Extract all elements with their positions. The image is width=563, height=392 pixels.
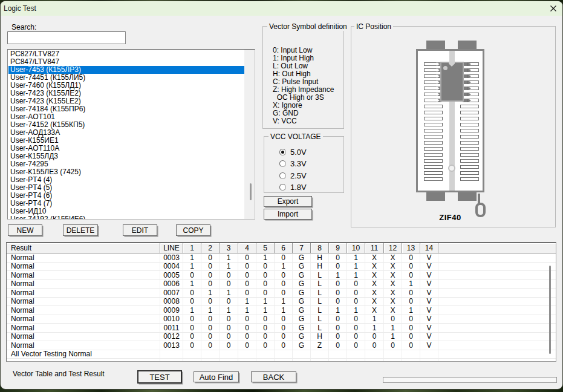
table-cell: 1 [201, 289, 220, 298]
table-cell: 0 [329, 263, 347, 272]
table-cell: V [420, 333, 438, 342]
new-button[interactable]: NEW [8, 224, 42, 236]
table-cell: 0 [201, 341, 220, 350]
back-button[interactable]: BACK [251, 371, 296, 382]
copy-button[interactable]: COPY [176, 224, 210, 236]
table-cell-fill [438, 280, 556, 289]
table-cell [311, 350, 329, 359]
vcc-option-3.3V[interactable]: 3.3V [279, 160, 307, 168]
list-scrollbar-track[interactable] [244, 50, 255, 219]
table-cell: L [311, 306, 329, 315]
table-cell: 0 [238, 315, 256, 324]
table-cell: 0 [275, 341, 293, 350]
table-empty-row [7, 359, 556, 362]
table-cell [347, 350, 365, 359]
ic-position-groupbox: IC Position ZIF40 [351, 26, 556, 227]
table-cell: 0013 [160, 341, 183, 350]
table-cell: 0 [384, 315, 402, 324]
radio-icon[interactable] [279, 149, 286, 155]
table-header-cell: 12 [384, 243, 402, 253]
list-item[interactable]: User-74192 (К155ИЕ6) [8, 215, 244, 220]
table-header-cell: 1 [183, 243, 201, 253]
table-header-cell: 6 [275, 243, 293, 253]
table-cell: 0005 [160, 271, 183, 280]
socket-screw [448, 165, 455, 172]
table-header-cell: 2 [201, 243, 220, 253]
table-cell: 0 [365, 333, 384, 342]
export-button[interactable]: Export [264, 196, 312, 207]
socket-pin [424, 62, 437, 66]
table-cell: 0 [201, 298, 220, 307]
table-row: Normal0007011000GL00XX0V [7, 289, 556, 298]
socket-pin [424, 159, 443, 163]
table-cell: 1 [384, 333, 402, 342]
result-table[interactable]: ResultLINE1234567891011121314 Normal0003… [6, 242, 556, 362]
socket-pin [460, 123, 479, 126]
table-cell: V [420, 280, 438, 289]
table-cell: 0 [329, 280, 347, 289]
table-cell: 0 [238, 271, 256, 280]
table-cell: Normal [7, 298, 160, 307]
table-cell: 0 [256, 341, 275, 350]
vcc-option-2.5V[interactable]: 2.5V [279, 172, 307, 180]
table-cell [293, 359, 311, 362]
table-cell: 0007 [160, 289, 183, 298]
socket-pin [424, 153, 443, 157]
socket-pin [460, 147, 479, 151]
table-cell: 0 [256, 271, 275, 280]
table-cell: L [311, 315, 329, 324]
socket-pin [424, 74, 437, 78]
search-input[interactable] [7, 31, 126, 44]
table-cell [220, 359, 238, 362]
radio-icon[interactable] [279, 172, 286, 179]
socket-pin [424, 117, 443, 120]
close-icon[interactable] [547, 2, 559, 15]
table-cell [402, 350, 420, 359]
socket-pin [424, 105, 443, 108]
vcc-option-5.0V[interactable]: 5.0V [279, 148, 307, 156]
table-cell [201, 350, 220, 359]
list-scrollbar-thumb[interactable] [250, 183, 252, 200]
radio-icon[interactable] [279, 160, 286, 167]
test-button[interactable]: TEST [137, 370, 182, 384]
device-listbox[interactable]: PC827/LTV827PC847/LTV847User-7453 (К155Л… [7, 49, 255, 220]
table-cell: 1 [220, 289, 238, 298]
table-row: Normal0009111111GL11XX1V [7, 306, 556, 315]
table-cell: 1 [365, 324, 384, 333]
table-cell: 0 [275, 333, 293, 342]
table-cell: 0 [220, 341, 238, 350]
table-cell: 0 [347, 333, 365, 342]
table-cell: X [365, 271, 384, 280]
table-cell: Normal [7, 263, 160, 272]
table-row: Normal0013000000GZ00000V [7, 341, 556, 350]
edit-button[interactable]: EDIT [123, 224, 157, 236]
progress-bar [383, 377, 557, 383]
table-cell: 0 [201, 280, 220, 289]
table-cell: Normal [7, 253, 160, 263]
vcc-option-1.8V[interactable]: 1.8V [279, 183, 307, 191]
table-cell [275, 359, 293, 362]
table-cell: 1 [256, 298, 275, 307]
table-scrollbar-thumb[interactable] [549, 266, 551, 354]
socket-pin [424, 68, 437, 72]
autofind-button[interactable]: Auto Find [194, 371, 239, 382]
table-cell [384, 359, 402, 362]
table-cell: 0 [365, 341, 384, 350]
table-header-cell: 13 [402, 243, 420, 253]
table-cell: 1 [220, 263, 238, 272]
table-cell: H [311, 333, 329, 342]
table-cell: 0 [220, 324, 238, 333]
import-button[interactable]: Import [264, 209, 312, 220]
table-cell [160, 359, 183, 362]
table-cell: 0 [329, 324, 347, 333]
window-title: Logic Test [4, 1, 36, 16]
table-cell-fill [438, 341, 556, 350]
radio-icon[interactable] [279, 184, 286, 191]
table-cell: X [365, 280, 384, 289]
table-header-fill [438, 243, 556, 253]
table-cell: 0 [347, 298, 365, 307]
table-cell [347, 359, 365, 362]
table-cell [420, 359, 438, 362]
delete-button[interactable]: DELETE [63, 224, 98, 236]
table-cell: 1 [256, 306, 275, 315]
